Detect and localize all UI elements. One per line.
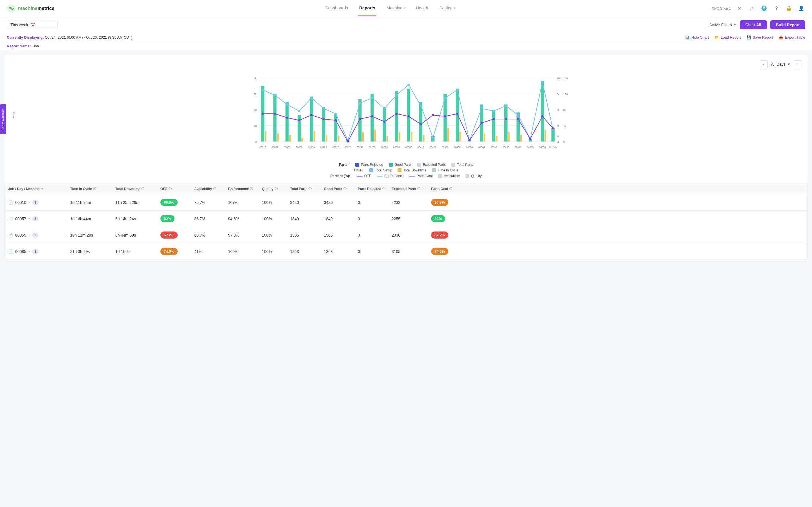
sub-actions: 📊 Hide Chart 📂 Load Report 💾 Save Report… bbox=[685, 35, 805, 40]
svg-rect-40 bbox=[370, 94, 373, 142]
svg-text:00564: 00564 bbox=[478, 146, 485, 149]
clear-all-button[interactable]: Clear All bbox=[740, 20, 767, 29]
td-availability-00059: 68.7% bbox=[191, 228, 225, 242]
parts-goal-badge-00057: 82% bbox=[431, 215, 445, 222]
svg-rect-27 bbox=[286, 102, 289, 142]
job-expand-icon[interactable]: ▾ bbox=[28, 250, 30, 253]
expected-parts-info-icon[interactable]: ⓘ bbox=[417, 187, 420, 191]
th-job[interactable]: Job / Day / Machine ▼ bbox=[5, 184, 67, 194]
job-expand-icon[interactable]: ▾ bbox=[28, 201, 30, 204]
legend-total-setup-label: Total Setup bbox=[375, 168, 392, 172]
svg-text:00412: 00412 bbox=[417, 146, 424, 149]
th-time-in-cycle: Time In Cycle ⓘ bbox=[67, 184, 112, 194]
load-report-action[interactable]: 📂 Load Report bbox=[714, 35, 741, 40]
svg-rect-35 bbox=[334, 114, 337, 141]
help-icon[interactable]: ? bbox=[772, 4, 780, 12]
total-downtime-info-icon[interactable]: ⓘ bbox=[141, 187, 144, 191]
svg-text:00104: 00104 bbox=[308, 146, 315, 149]
svg-rect-24 bbox=[265, 131, 267, 142]
performance-line-swatch bbox=[377, 176, 383, 176]
td-oee-00010: 80.8% bbox=[157, 194, 191, 210]
user-icon[interactable]: 👤 bbox=[797, 4, 805, 12]
svg-rect-61 bbox=[504, 105, 508, 142]
currently-displaying: Currently Displaying: Oct 24, 2021 (6:00… bbox=[7, 35, 132, 40]
job-cell-00010: 📄 00010 ▾ 3 bbox=[8, 200, 63, 205]
svg-point-116 bbox=[529, 138, 531, 140]
good-parts-info-icon[interactable]: ⓘ bbox=[343, 187, 347, 191]
svg-point-104 bbox=[383, 121, 386, 123]
lock-icon[interactable]: 🔒 bbox=[785, 4, 793, 12]
legend-time-title: Time: bbox=[354, 168, 363, 172]
job-id-00010: 00010 bbox=[15, 200, 26, 205]
svg-point-74 bbox=[323, 107, 325, 110]
chart-prev-button[interactable]: ‹ bbox=[760, 60, 768, 68]
nav-settings[interactable]: Settings bbox=[439, 5, 456, 11]
oee-badge-00010: 80.8% bbox=[161, 199, 178, 206]
availability-info-icon[interactable]: ⓘ bbox=[213, 187, 216, 191]
parts-goal-info-icon[interactable]: ⓘ bbox=[449, 187, 452, 191]
date-range: Oct 24, 2021 (6:00 AM) - Oct 26, 2021 (8… bbox=[45, 35, 132, 40]
compare-icon[interactable]: ⇄ bbox=[748, 4, 756, 12]
td-total-parts-00010: 3420 bbox=[287, 196, 321, 209]
legend-total-parts-label: Total Parts bbox=[457, 163, 473, 167]
td-parts-rejected-00057: 0 bbox=[354, 212, 388, 226]
svg-point-103 bbox=[371, 115, 373, 118]
performance-info-icon[interactable]: ⓘ bbox=[250, 187, 253, 191]
chart-next-button[interactable]: › bbox=[794, 60, 802, 68]
td-quality-00085: 100% bbox=[258, 245, 287, 258]
oee-info-icon[interactable]: ⓘ bbox=[169, 187, 172, 191]
export-table-label: Export Table bbox=[785, 35, 805, 40]
job-expand-icon[interactable]: ▾ bbox=[28, 217, 30, 220]
nav-health[interactable]: Health bbox=[415, 5, 429, 11]
td-total-downtime-00085: 1d 1h 2s bbox=[112, 245, 157, 258]
total-parts-info-icon[interactable]: ⓘ bbox=[308, 187, 311, 191]
svg-rect-47 bbox=[411, 132, 412, 142]
th-oee: OEE ⓘ bbox=[157, 184, 191, 194]
nav-dashboards[interactable]: Dashboards bbox=[324, 5, 349, 11]
svg-rect-54 bbox=[456, 89, 459, 142]
legend-total-downtime-label: Total Downtime bbox=[403, 168, 426, 172]
parts-rejected-info-icon[interactable]: ⓘ bbox=[382, 187, 386, 191]
svg-text:160: 160 bbox=[563, 77, 568, 80]
td-total-parts-00057: 1849 bbox=[287, 212, 321, 226]
svg-point-92 bbox=[541, 81, 543, 83]
date-filter[interactable]: This week 📅 bbox=[7, 20, 58, 29]
job-id-00085: 00085 bbox=[15, 249, 26, 254]
th-good-parts-label: Good Parts bbox=[324, 187, 342, 191]
build-report-button[interactable]: Build Report bbox=[770, 20, 805, 29]
active-filters[interactable]: Active Filters ▼ bbox=[709, 22, 737, 27]
globe-icon[interactable]: 🌐 bbox=[760, 4, 768, 12]
td-job-00010: 📄 00010 ▾ 3 bbox=[5, 195, 67, 210]
export-table-action[interactable]: 📤 Export Table bbox=[779, 35, 805, 40]
time-in-cycle-info-icon[interactable]: ⓘ bbox=[93, 187, 96, 191]
toolbar: This week 📅 Active Filters ▼ Clear All B… bbox=[0, 17, 812, 33]
job-sort-icon[interactable]: ▼ bbox=[41, 187, 44, 190]
job-expand-icon[interactable]: ▾ bbox=[28, 233, 30, 237]
nav-reports[interactable]: Reports bbox=[358, 5, 376, 11]
th-parts-goal-label: Parts Goal bbox=[431, 187, 448, 191]
job-cell-00059: 📄 00059 ▾ 2 bbox=[8, 233, 63, 238]
notifications-icon[interactable]: ✕ bbox=[735, 4, 743, 12]
show-controls-button[interactable]: Show Controls bbox=[0, 104, 6, 134]
td-job-00057: 📄 00057 ▾ 3 bbox=[5, 212, 67, 226]
legend-expected-parts: Expected Parts bbox=[417, 163, 446, 167]
svg-point-95 bbox=[274, 113, 276, 115]
nav-machines[interactable]: Machines bbox=[386, 5, 406, 11]
svg-rect-29 bbox=[298, 115, 301, 142]
svg-rect-39 bbox=[362, 132, 364, 142]
hide-chart-action[interactable]: 📊 Hide Chart bbox=[685, 35, 709, 40]
th-quality: Quality ⓘ bbox=[258, 184, 287, 194]
td-quality-00057: 100% bbox=[258, 212, 287, 226]
td-job-00085: 📄 00085 ▾ 1 bbox=[5, 244, 67, 259]
svg-text:00246: 00246 bbox=[357, 146, 363, 149]
expected-parts-swatch bbox=[417, 163, 421, 167]
save-report-action[interactable]: 💾 Save Report bbox=[747, 35, 773, 40]
td-good-parts-00057: 1849 bbox=[321, 212, 354, 226]
td-parts-goal-00059: 67.2% bbox=[428, 227, 462, 243]
svg-rect-59 bbox=[492, 110, 496, 142]
quality-info-icon[interactable]: ⓘ bbox=[275, 187, 278, 191]
chart-svg: 4k 3k 2k 1k 0 10d 8d 6d 4d 2d 0s 160 120… bbox=[16, 73, 796, 157]
th-total-downtime-label: Total Downtime bbox=[115, 187, 140, 191]
svg-point-78 bbox=[371, 97, 373, 99]
svg-rect-36 bbox=[338, 136, 340, 142]
